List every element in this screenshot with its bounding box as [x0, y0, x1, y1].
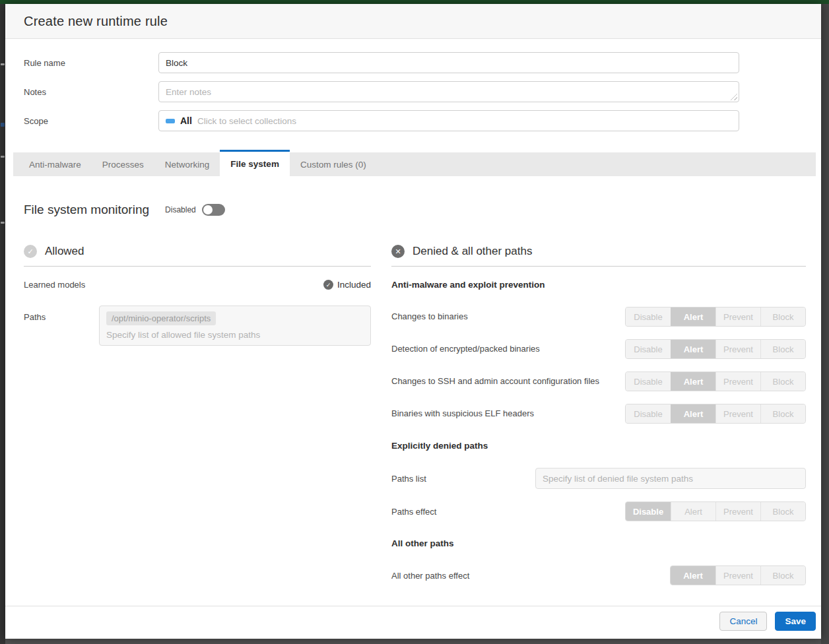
notes-label: Notes — [24, 87, 158, 97]
scope-label: Scope — [24, 116, 158, 126]
denied-title: Denied & all other paths — [413, 245, 532, 258]
allowed-denied-columns: ✓ Allowed Learned models ✓ Included Path… — [24, 245, 806, 598]
included-text: Included — [337, 280, 371, 290]
paths-effect-slot: DisableAlertPreventBlock — [625, 501, 806, 521]
effect-option-disable[interactable]: Disable — [626, 340, 671, 358]
paths-effect-row: Paths effect DisableAlertPreventBlock — [391, 501, 806, 521]
check-circle-icon: ✓ — [24, 245, 37, 258]
denied-divider — [391, 266, 806, 267]
allowed-paths-placeholder: Specify list of allowed file system path… — [106, 330, 364, 340]
all-other-paths-heading: All other paths — [391, 538, 806, 548]
scope-selected-value: All — [180, 115, 192, 126]
tab-file-system[interactable]: File system — [220, 150, 290, 176]
effect-option-prevent[interactable]: Prevent — [715, 404, 760, 423]
backdrop-left-strip — [0, 4, 5, 644]
effect-option-alert[interactable]: Alert — [671, 340, 715, 358]
monitoring-title: File system monitoring — [24, 203, 149, 217]
effect-option-block[interactable]: Block — [760, 307, 805, 326]
effect-option-block[interactable]: Block — [760, 404, 805, 423]
effect-option-block[interactable]: Block — [760, 340, 805, 358]
rule-form: Rule name Notes Scope All Click to selec… — [5, 39, 821, 139]
effect-segmented-control: DisableAlertPreventBlock — [625, 307, 806, 327]
allowed-header: ✓ Allowed — [24, 245, 371, 258]
included-check-icon: ✓ — [323, 280, 333, 290]
notes-field-wrap — [158, 81, 739, 102]
file-system-tab-content: File system monitoring Disabled ✓ Allowe… — [5, 176, 821, 606]
effect-segmented-control: AlertPreventBlock — [670, 565, 806, 585]
allowed-title: Allowed — [45, 245, 84, 258]
effect-row-label: Binaries with suspicious ELF headers — [391, 407, 609, 421]
allowed-path-chip[interactable]: /opt/minio-operator/scripts — [106, 311, 216, 325]
effect-option-prevent[interactable]: Prevent — [715, 307, 760, 326]
effect-row: Changes to binariesDisableAlertPreventBl… — [391, 307, 806, 327]
effect-option-alert[interactable]: Alert — [671, 566, 715, 585]
effect-option-alert[interactable]: Alert — [671, 404, 715, 423]
all-other-effect-label: All other paths effect — [391, 571, 469, 581]
denied-paths-input[interactable] — [535, 468, 806, 489]
effect-option-disable[interactable]: Disable — [626, 372, 671, 391]
cancel-button[interactable]: Cancel — [719, 612, 767, 631]
antimalware-rows: Changes to binariesDisableAlertPreventBl… — [391, 307, 806, 424]
scope-placeholder: Click to select collections — [197, 116, 296, 126]
effect-option-prevent[interactable]: Prevent — [715, 566, 760, 585]
x-circle-icon: ✕ — [391, 245, 405, 258]
create-runtime-rule-dialog: Create new runtime rule Rule name Notes … — [5, 4, 821, 639]
tab-anti-malware[interactable]: Anti-malware — [18, 152, 92, 176]
learned-models-status: ✓ Included — [323, 280, 371, 290]
effect-option-disable[interactable]: Disable — [626, 404, 671, 423]
effect-option-block[interactable]: Block — [760, 566, 805, 585]
notes-input[interactable] — [158, 81, 739, 102]
monitoring-toggle-label: Disabled — [165, 205, 196, 214]
denied-paths-list-row: Paths list — [391, 468, 806, 489]
effect-option-alert[interactable]: Alert — [671, 372, 715, 391]
dialog-body: Rule name Notes Scope All Click to selec… — [5, 39, 821, 606]
effect-option-disable[interactable]: Disable — [626, 502, 671, 521]
paths-list-label: Paths list — [391, 474, 426, 484]
effect-option-alert[interactable]: Alert — [671, 502, 715, 521]
tab-processes[interactable]: Processes — [92, 152, 154, 176]
effect-row: Changes to SSH and admin account configu… — [391, 371, 806, 391]
all-other-effect-slot: AlertPreventBlock — [670, 565, 806, 585]
effect-option-prevent[interactable]: Prevent — [715, 502, 760, 521]
effect-row: Detection of encrypted/packed binariesDi… — [391, 339, 806, 359]
tab-custom-rules-0[interactable]: Custom rules (0) — [290, 152, 377, 176]
effect-row: Binaries with suspicious ELF headersDisa… — [391, 404, 806, 424]
allowed-paths-row: Paths /opt/minio-operator/scripts Specif… — [24, 306, 371, 346]
rule-name-label: Rule name — [24, 58, 158, 68]
effect-segmented-control: DisableAlertPreventBlock — [625, 339, 806, 359]
effect-option-disable[interactable]: Disable — [626, 307, 671, 326]
effect-segmented-control: DisableAlertPreventBlock — [625, 404, 806, 424]
scope-row: Scope All Click to select collections — [24, 110, 821, 131]
effect-option-prevent[interactable]: Prevent — [715, 340, 760, 358]
effect-option-alert[interactable]: Alert — [671, 307, 715, 326]
effect-option-block[interactable]: Block — [760, 502, 805, 521]
allowed-section: ✓ Allowed Learned models ✓ Included Path… — [24, 245, 371, 346]
rule-name-row: Rule name — [24, 52, 821, 73]
save-button[interactable]: Save — [775, 612, 816, 631]
effect-row-label: Detection of encrypted/packed binaries — [391, 342, 609, 356]
effect-option-block[interactable]: Block — [760, 372, 805, 391]
paths-effect-label: Paths effect — [391, 507, 436, 517]
effect-segmented-control: DisableAlertPreventBlock — [625, 371, 806, 391]
allowed-paths-input[interactable]: /opt/minio-operator/scripts Specify list… — [99, 306, 371, 346]
backdrop-right-strip — [821, 4, 829, 644]
allowed-paths-label: Paths — [24, 306, 99, 322]
tab-networking[interactable]: Networking — [154, 152, 220, 176]
allowed-divider — [24, 266, 371, 267]
rule-name-input[interactable] — [158, 52, 739, 73]
collection-color-swatch-icon — [166, 119, 175, 123]
monitoring-header-row: File system monitoring Disabled — [24, 203, 806, 217]
denied-header: ✕ Denied & all other paths — [391, 245, 806, 258]
denied-section: ✕ Denied & all other paths Anti-malware … — [391, 245, 806, 598]
scope-selector[interactable]: All Click to select collections — [158, 110, 739, 131]
toggle-knob — [203, 205, 213, 214]
monitoring-toggle[interactable] — [202, 204, 225, 216]
effect-option-prevent[interactable]: Prevent — [715, 372, 760, 391]
antimalware-heading: Anti-malware and exploit prevention — [391, 280, 806, 290]
dialog-title: Create new runtime rule — [24, 14, 803, 29]
notes-row: Notes — [24, 81, 821, 102]
learned-models-row: Learned models ✓ Included — [24, 280, 371, 290]
all-other-effect-row: All other paths effect AlertPreventBlock — [391, 565, 806, 585]
tab-bar: Anti-malwareProcessesNetworkingFile syst… — [13, 152, 816, 176]
effect-row-label: Changes to binaries — [391, 310, 609, 324]
